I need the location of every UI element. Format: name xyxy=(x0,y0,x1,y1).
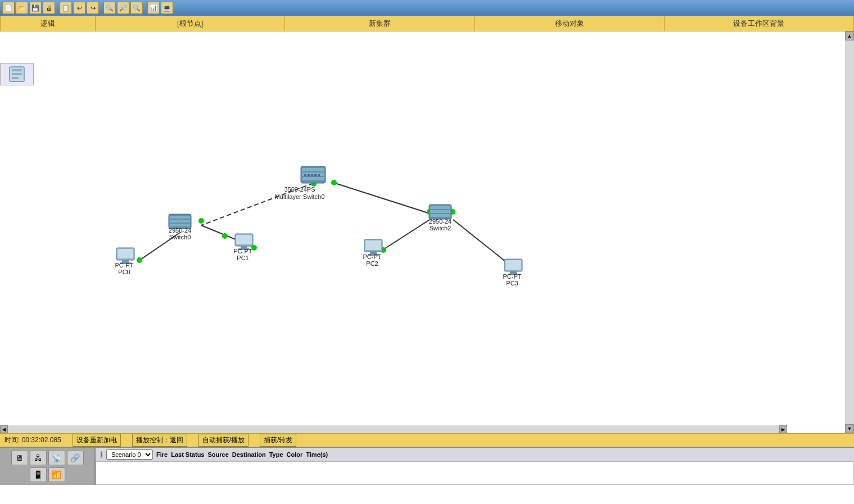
destination-label: Destination xyxy=(232,451,266,458)
main-toolbar: 📄 📂 💾 🖨 📋 ↩ ↪ 🔍 🔎 🔍 📊 💻 xyxy=(0,0,854,16)
print-button[interactable]: 🖨 xyxy=(43,2,55,14)
custom-button[interactable]: 💻 xyxy=(161,2,173,14)
svg-rect-19 xyxy=(430,210,450,213)
fire-label: Fire xyxy=(156,451,168,458)
type-label: Type xyxy=(269,451,283,458)
zoom-out-button[interactable]: 🔍 xyxy=(130,2,143,14)
device-label: Switch0 xyxy=(169,234,191,240)
link-indicator xyxy=(222,233,228,239)
device-label: PC-PT xyxy=(363,253,382,260)
device-label: PC3 xyxy=(506,280,518,287)
capture-forward-button[interactable]: 捕获/转发 xyxy=(260,434,296,447)
scroll-right-button[interactable]: ▶ xyxy=(779,425,787,433)
device-label: PC-PT xyxy=(234,248,252,255)
connection-line xyxy=(335,183,440,217)
event-log-body xyxy=(96,461,854,485)
network-diagram: 3560-24PS Multilayer Switch0 2950-24 Swi… xyxy=(0,31,796,433)
svg-rect-26 xyxy=(236,235,252,244)
device-label: PC-PT xyxy=(503,273,522,280)
save-button[interactable]: 💾 xyxy=(29,2,42,14)
svg-rect-5 xyxy=(302,168,324,171)
time-label: Time(s) xyxy=(306,451,328,458)
link-indicator xyxy=(198,218,204,224)
new-button[interactable]: 📄 xyxy=(2,2,15,14)
info-icon: ℹ xyxy=(100,450,103,459)
power-reset-button[interactable]: 设备重新加电 xyxy=(73,434,121,447)
device-switch2[interactable] xyxy=(429,205,451,219)
status-bar: 时间: 00:32:02.085 设备重新加电 播放控制：返回 自动捕获/播放 … xyxy=(0,433,854,447)
device-label: 2950-24 xyxy=(429,218,451,225)
device-label: PC-PT xyxy=(115,262,134,269)
last-status-label: Last Status xyxy=(171,451,204,458)
svg-rect-16 xyxy=(170,224,190,226)
svg-rect-34 xyxy=(505,260,521,270)
device-label: PC0 xyxy=(118,269,130,275)
link-indicator xyxy=(331,180,337,185)
link-indicator xyxy=(137,257,142,263)
menu-root-node[interactable]: [根节点] xyxy=(96,16,285,31)
undo-button[interactable]: ↩ xyxy=(73,2,85,14)
connection-line xyxy=(453,220,512,266)
device-type-button-4[interactable]: 🔗 xyxy=(67,451,84,465)
scroll-left-button[interactable]: ◀ xyxy=(0,425,8,433)
svg-rect-11 xyxy=(314,174,317,176)
device-type-button-5[interactable]: 📱 xyxy=(30,467,47,482)
svg-rect-22 xyxy=(118,249,133,258)
redo-button[interactable]: ↪ xyxy=(87,2,99,14)
connection-line xyxy=(383,220,430,249)
zoom-in-button[interactable]: 🔍 xyxy=(103,2,116,14)
scroll-up-button[interactable]: ▲ xyxy=(845,31,854,40)
menu-new-cluster[interactable]: 新集群 xyxy=(285,16,475,31)
svg-rect-15 xyxy=(170,220,190,223)
time-display: 时间: 00:32:02.085 xyxy=(4,435,61,445)
svg-rect-10 xyxy=(311,174,313,176)
svg-rect-20 xyxy=(430,214,450,217)
svg-rect-8 xyxy=(304,174,306,176)
scroll-down-button[interactable]: ▼ xyxy=(845,424,854,433)
svg-rect-9 xyxy=(308,174,310,176)
source-label: Source xyxy=(207,451,228,458)
menubar: 逻辑 [根节点] 新集群 移动对象 设备工作区背景 xyxy=(0,16,854,31)
open-button[interactable]: 📂 xyxy=(16,2,28,14)
svg-rect-18 xyxy=(430,206,450,209)
menu-move-object[interactable]: 移动对象 xyxy=(475,16,665,31)
device-type-button-3[interactable]: 📡 xyxy=(48,451,65,465)
auto-capture-button[interactable]: 自动捕获/播放 xyxy=(198,434,248,447)
device-label: PC1 xyxy=(237,255,248,261)
device-label: Switch2 xyxy=(430,225,451,231)
zoom-button[interactable]: 🔎 xyxy=(117,2,129,14)
menu-background[interactable]: 设备工作区背景 xyxy=(665,16,854,31)
palette-button[interactable]: 📊 xyxy=(147,2,160,14)
menu-logic[interactable]: 逻辑 xyxy=(0,16,96,31)
svg-rect-12 xyxy=(318,174,320,176)
playback-button[interactable]: 播放控制：返回 xyxy=(132,434,187,447)
copy-button[interactable]: 📋 xyxy=(60,2,72,14)
svg-rect-30 xyxy=(365,240,381,250)
scenario-select[interactable]: Scenario 0 xyxy=(106,449,153,460)
device-label: Multilayer Switch0 xyxy=(275,193,325,200)
device-label: 3560-24PS xyxy=(284,186,315,193)
device-type-button-1[interactable]: 🖥 xyxy=(11,451,28,465)
device-type-button-6[interactable]: 📶 xyxy=(48,467,65,482)
device-type-button-2[interactable]: 🖧 xyxy=(30,451,47,465)
device-multilayer-switch[interactable] xyxy=(301,166,326,183)
device-label: 2950-24 xyxy=(169,227,191,234)
svg-rect-14 xyxy=(170,216,190,219)
svg-rect-7 xyxy=(302,177,324,180)
device-label: PC2 xyxy=(366,260,378,267)
color-label: Color xyxy=(287,451,303,458)
